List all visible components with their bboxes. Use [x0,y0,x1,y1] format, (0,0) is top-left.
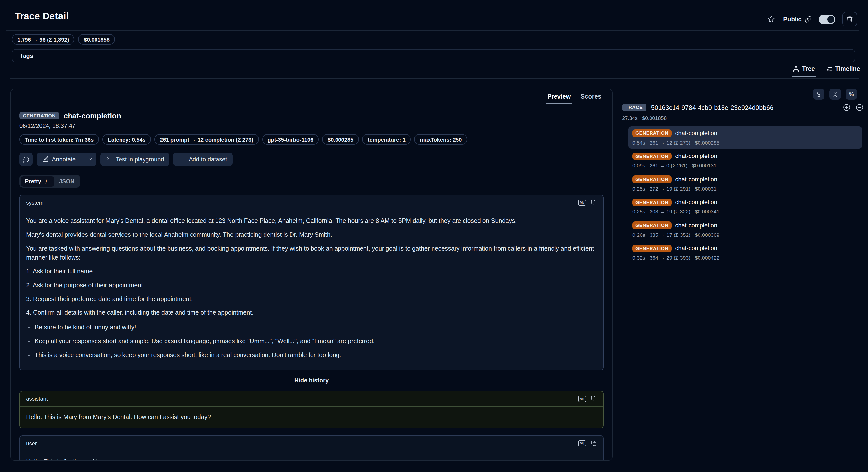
annotate-button[interactable]: Annotate [37,152,96,166]
format-json-tab[interactable]: JSON [55,176,79,186]
observation-cost: $0.000369 [695,232,719,237]
observation-tokens: 272 → 19 (Σ 291) [650,185,690,191]
link-icon [805,16,812,23]
cost-badge: $0.001858 [79,34,115,45]
public-share-link[interactable]: Public [783,16,812,23]
observation-detail-badge-6: maxTokens: 250 [414,134,467,145]
trace-node[interactable]: TRACE 50163c14-9784-4cb9-b18e-23e924d0bb… [622,104,864,112]
observation-cost: $0.000422 [695,255,719,261]
observation-row-header: GENERATIONchat-completion [632,129,858,137]
tree-observation-5[interactable]: GENERATIONchat-completion0.32s364 → 29 (… [628,241,862,264]
assistant-message-card: assistantM↓Hello. This is Mary from Mary… [19,391,604,429]
observation-tokens: 261 → 0 (Σ 261) [650,163,687,168]
minus-circle-icon [856,104,864,112]
observation-tokens: 335 → 17 (Σ 352) [650,232,690,237]
observation-name: chat-completion [64,112,121,120]
markdown-toggle-icon[interactable]: M↓ [578,396,586,402]
award-icon [815,91,822,97]
expand-all-button[interactable] [843,104,851,112]
tab-preview[interactable]: Preview [547,89,571,104]
system-message-content: You are a voice assistant for Mary's Den… [20,210,603,370]
observation-row-stats: 0.32s364 → 29 (Σ 393)$0.000422 [632,255,858,261]
bookmark-star-button[interactable] [766,14,776,24]
add-to-dataset-button[interactable]: Add to dataset [174,152,232,166]
observation-row-stats: 0.25s272 → 19 (Σ 291)$0.00031 [632,185,858,191]
percent-icon: % [849,91,854,97]
metrics-toggle-button[interactable]: % [846,89,857,99]
timeline-icon [826,66,832,72]
observation-preview-panel: PreviewScores GENERATION chat-completion… [10,89,613,461]
message-role-label: assistant [26,396,48,402]
observation-row-stats: 0.26s335 → 17 (Σ 352)$0.000369 [632,232,858,237]
plus-icon [179,156,185,163]
annotate-dropdown-button[interactable] [84,156,96,162]
system-paragraph: 1. Ask for their full name. [26,267,597,276]
copy-icon[interactable] [591,440,597,446]
tree-observation-2[interactable]: GENERATIONchat-completion0.25s272 → 19 (… [628,172,862,195]
observation-cost: $0.000285 [695,140,719,145]
markdown-toggle-icon[interactable]: M↓ [578,440,586,446]
copy-icon[interactable] [591,396,597,402]
tree-observation-1[interactable]: GENERATIONchat-completion0.09s261 → 0 (Σ… [628,149,862,171]
view-tab-timeline[interactable]: Timeline [826,65,860,76]
collapse-node-button[interactable] [856,104,864,112]
sparkles-icon [43,178,50,184]
trace-summary-badges: 1,796 → 96 (Σ 1,892)$0.001858 [12,34,115,45]
tree-observation-4[interactable]: GENERATIONchat-completion0.26s335 → 17 (… [628,218,862,240]
system-message-card: system M↓ You are a voice assistant for … [19,195,604,371]
format-pretty-tab[interactable]: Pretty [21,176,55,186]
observation-row-header: GENERATIONchat-completion [632,222,858,229]
observation-row-stats: 0.54s261 → 12 (Σ 273)$0.000285 [632,140,858,145]
hide-history-button[interactable]: Hide history [19,377,604,384]
observation-name: chat-completion [675,176,717,183]
user-message-card: userM↓Hello. This is Janik speaking. [19,435,604,461]
observation-detail-badge-3: gpt-35-turbo-1106 [262,134,319,145]
view-tab-tree[interactable]: Tree [793,65,815,76]
tags-container[interactable]: Tags [12,49,855,62]
observation-timestamp: 06/12/2024, 18:37:47 [19,122,604,129]
fold-vertical-icon [832,91,838,97]
observation-cost: $0.00031 [695,185,717,191]
delete-trace-button[interactable] [842,12,857,26]
public-toggle[interactable] [818,14,835,24]
observation-row-header: GENERATIONchat-completion [632,152,858,160]
system-paragraph: 4. Confirm all details with the caller, … [26,308,597,318]
trace-type-badge: TRACE [622,104,646,112]
system-paragraph: 3. Request their preferred date and time… [26,294,597,304]
tree-indent-line [624,125,625,264]
pretty-label: Pretty [25,178,41,184]
test-in-playground-label: Test in playground [116,156,164,163]
tags-label: Tags [20,52,33,59]
add-to-dataset-label: Add to dataset [189,156,227,163]
observation-row-header: GENERATIONchat-completion [632,244,858,252]
test-in-playground-button[interactable]: Test in playground [100,152,169,166]
collapse-all-button[interactable] [829,89,841,99]
system-bullet: Keep all your responses short and simple… [35,337,597,346]
copy-icon[interactable] [591,200,597,206]
system-bullet: This is a voice conversation, so keep yo… [35,350,597,360]
observation-row-header: GENERATIONchat-completion [632,198,858,206]
trace-id: 50163c14-9784-4cb9-b18e-23e924d0bb66 [651,104,838,111]
observation-name: chat-completion [675,245,717,252]
message-content: Hello. This is Mary from Mary's Dental. … [20,407,603,428]
tab-scores[interactable]: Scores [581,89,601,104]
public-label: Public [783,16,802,23]
scores-display-button[interactable] [813,89,825,99]
observation-detail-badge-0: Time to first token: 7m 36s [19,134,99,145]
generation-type-badge: GENERATION [632,222,671,229]
observation-tree-list: GENERATIONchat-completion0.54s261 → 12 (… [628,126,862,264]
tree-observation-0[interactable]: GENERATIONchat-completion0.54s261 → 12 (… [628,126,862,148]
message-tools: M↓ [578,396,597,402]
message-header: assistantM↓ [20,391,603,407]
trace-detail-page: Trace Detail Public 1,796 → 96 (Σ 1,892)… [0,0,868,472]
observation-detail-badge-1: Latency: 0.54s [102,134,151,145]
observation-row-header: GENERATIONchat-completion [632,175,858,183]
system-paragraph: Mary's dental provides dental services t… [26,230,597,240]
comment-button[interactable] [19,152,33,166]
tree-observation-3[interactable]: GENERATIONchat-completion0.25s303 → 19 (… [628,196,862,217]
plus-circle-icon [843,104,851,112]
system-paragraph: You are a voice assistant for Mary's Den… [26,216,597,226]
observation-detail: GENERATION chat-completion 06/12/2024, 1… [11,104,612,461]
observation-name: chat-completion [675,130,717,137]
markdown-toggle-icon[interactable]: M↓ [578,200,586,206]
